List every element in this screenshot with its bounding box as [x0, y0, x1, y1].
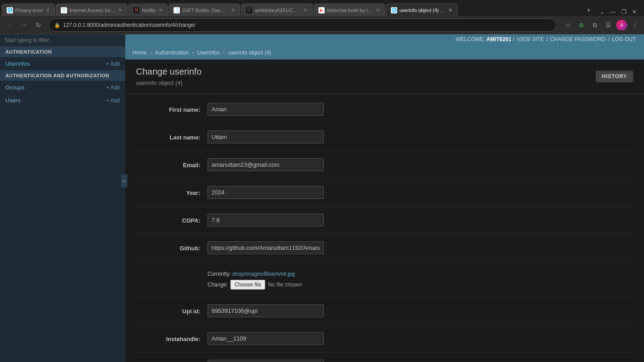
history-button[interactable]: HISTORY: [596, 71, 633, 82]
tab-close-t1[interactable]: ✕: [46, 7, 50, 13]
extensions-icon[interactable]: ⧉: [589, 20, 600, 30]
currently-label: Currently:: [208, 271, 232, 277]
label-instahandle: Instahandle:: [136, 332, 208, 342]
new-tab-button[interactable]: +: [583, 4, 594, 16]
tab-actions: ⌄ — ❐ ✕: [594, 8, 642, 16]
sidebar-add-users[interactable]: + Add: [106, 97, 120, 104]
input-year[interactable]: [208, 186, 324, 199]
top-area: WELCOME, AMIT6261 / VIEW SITE / CHANGE P…: [125, 34, 644, 59]
breadcrumb-userinfos[interactable]: Userinfos: [197, 50, 220, 56]
form-row-upi-id: Upi id:: [136, 304, 633, 325]
menu-icon[interactable]: ⋮: [630, 20, 640, 30]
tab-close-t2[interactable]: ✕: [118, 7, 123, 13]
form-row-github: Github:: [136, 241, 633, 262]
sidebar-add-userinfos[interactable]: + Add: [106, 61, 120, 67]
separator3: /: [608, 36, 611, 42]
page-subtitle: userinfo object (4): [136, 80, 202, 86]
lock-icon: 🔒: [54, 22, 60, 28]
field-image: Currently: shop/images/BearAmit.jpg Chan…: [208, 271, 633, 290]
label-email: Email:: [136, 158, 208, 168]
sidebar-item-userinfos[interactable]: Userinfos + Add: [0, 57, 125, 70]
bookmark-star-icon[interactable]: ☆: [563, 20, 573, 30]
sidebar-item-users[interactable]: Users + Add: [0, 94, 125, 107]
tab-t6[interactable]: ▶Notechat build by te...✕: [314, 4, 385, 16]
field-first-name: [208, 103, 633, 116]
sidebar-add-groups[interactable]: + Add: [106, 84, 120, 91]
sidebar-filter-input[interactable]: [0, 34, 125, 46]
favorites-icon[interactable]: ☰: [603, 20, 614, 30]
input-linkedin[interactable]: [208, 360, 324, 362]
field-cgpa: [208, 214, 633, 227]
label-github: Github:: [136, 241, 208, 252]
separator2: /: [547, 36, 550, 42]
tab-close-t5[interactable]: ✕: [303, 7, 308, 13]
label-cgpa: CGPA:: [136, 214, 208, 224]
browser-chrome: 🌐Privacy error✕SInternet Access Serv...✕…: [0, 0, 644, 34]
file-change-row: Change: Choose file No file chosen: [208, 280, 633, 290]
form-row-first-name: First name:: [136, 103, 633, 123]
sidebar-section-authentication: AUTHENTICATION Userinfos + Add: [0, 46, 125, 70]
form-row-email: Email:: [136, 158, 633, 179]
change-password-link[interactable]: CHANGE PASSWORD: [550, 36, 606, 42]
input-instahandle[interactable]: [208, 332, 324, 345]
back-button[interactable]: ←: [4, 19, 16, 31]
input-first-name[interactable]: [208, 103, 324, 116]
field-email: [208, 158, 633, 171]
breadcrumb-sep1: ›: [150, 50, 152, 56]
tab-t4[interactable]: JJUET Builds: Dashbo...✕: [169, 4, 240, 16]
tab-t3[interactable]: NNetflix✕: [128, 4, 168, 16]
label-last-name: Last name:: [136, 130, 208, 141]
form-row-linkedin: Linked in:: [136, 360, 633, 362]
welcome-bar: WELCOME, AMIT6261 / VIEW SITE / CHANGE P…: [125, 34, 644, 46]
tab-bar: 🌐Privacy error✕SInternet Access Serv...✕…: [0, 0, 644, 16]
label-linkedin: Linked in:: [136, 360, 208, 362]
sidebar-item-label-userinfos: Userinfos: [5, 60, 30, 67]
field-last-name: [208, 130, 633, 143]
tab-t7[interactable]: 🌐userinfo object (4) | C✕: [386, 4, 458, 16]
nav-bar: ← → ↻ 🔒 127.0.0.1:8000/admin/authenticat…: [0, 16, 644, 34]
input-github[interactable]: [208, 241, 324, 254]
input-last-name[interactable]: [208, 130, 324, 143]
breadcrumb-authentication[interactable]: Authentication: [155, 50, 189, 56]
sidebar-collapse-toggle[interactable]: «: [121, 174, 127, 188]
form-row-year: Year:: [136, 186, 633, 206]
tab-close-t6[interactable]: ✕: [376, 7, 380, 13]
input-cgpa[interactable]: [208, 214, 324, 227]
tab-close-t3[interactable]: ✕: [158, 7, 163, 13]
sidebar-item-groups[interactable]: Groups + Add: [0, 81, 125, 94]
tab-t2[interactable]: SInternet Access Serv...✕: [56, 4, 127, 16]
page-title: Change userinfo: [136, 67, 202, 77]
sidebar-section-auth-authorization: AUTHENTICATION AND AUTHORIZATION Groups …: [0, 70, 125, 107]
address-bar[interactable]: 🔒 127.0.0.1:8000/admin/authentication/us…: [48, 18, 556, 32]
choose-file-button[interactable]: Choose file: [230, 280, 265, 290]
account-circle-icon[interactable]: ⊕: [576, 20, 587, 30]
input-upi-id[interactable]: [208, 304, 324, 317]
minimize-button[interactable]: —: [608, 8, 618, 16]
logout-link[interactable]: LOG OUT: [612, 36, 636, 42]
field-instahandle: [208, 332, 633, 345]
maximize-button[interactable]: ❐: [619, 8, 628, 16]
input-email[interactable]: [208, 158, 324, 171]
change-label: Change:: [208, 282, 228, 288]
close-window-button[interactable]: ✕: [630, 8, 639, 16]
welcome-text: WELCOME,: [456, 36, 487, 42]
tab-t1[interactable]: 🌐Privacy error✕: [2, 4, 55, 16]
sidebar-section-header-authentication: AUTHENTICATION: [0, 46, 125, 57]
view-site-link[interactable]: VIEW SITE: [517, 36, 544, 42]
breadcrumb-current: userinfo object (4): [228, 50, 271, 56]
breadcrumb-bar: Home › Authentication › Userinfos › user…: [125, 46, 644, 59]
tab-close-t7[interactable]: ✕: [448, 7, 453, 13]
reload-button[interactable]: ↻: [32, 19, 45, 31]
sidebar-item-label-users: Users: [5, 97, 21, 104]
profile-avatar[interactable]: A: [616, 20, 627, 30]
label-year: Year:: [136, 186, 208, 196]
tab-close-t4[interactable]: ✕: [231, 7, 235, 13]
breadcrumb-home[interactable]: Home: [132, 50, 147, 56]
form-container: First name: Last name: Email:: [125, 94, 644, 362]
tab-t5[interactable]: Gamitdubey6261/Can...✕: [241, 4, 313, 16]
current-file-link[interactable]: shop/images/BearAmit.jpg: [232, 271, 295, 277]
forward-button[interactable]: →: [18, 19, 30, 31]
form-row-image: Currently: shop/images/BearAmit.jpg Chan…: [136, 269, 633, 297]
field-year: [208, 186, 633, 199]
tabs-dropdown-button[interactable]: ⌄: [598, 8, 606, 16]
